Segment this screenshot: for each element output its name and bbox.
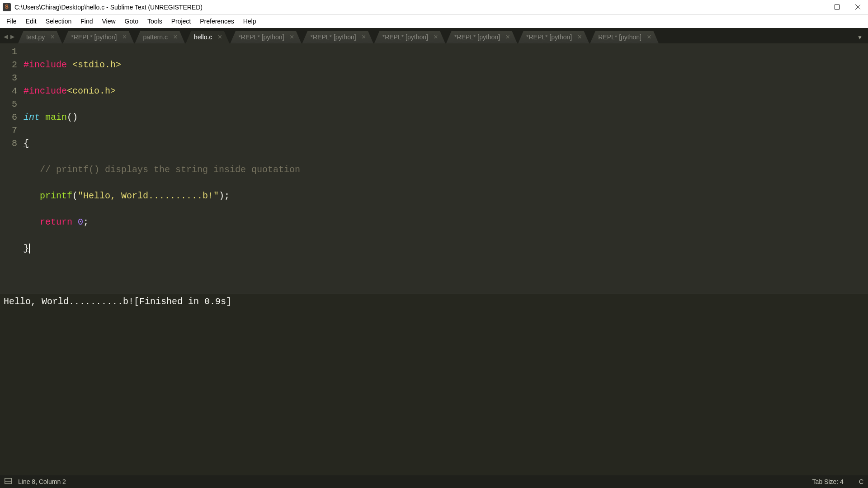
tab-repl-7[interactable]: REPL* [python] × bbox=[590, 31, 659, 43]
tab-close-icon[interactable]: × bbox=[433, 33, 439, 41]
line-number: 8 bbox=[5, 137, 17, 150]
tab-repl-2[interactable]: *REPL* [python] × bbox=[230, 31, 301, 43]
menu-project[interactable]: Project bbox=[167, 16, 196, 27]
code-line: // printf() displays the string inside q… bbox=[24, 163, 300, 176]
titlebar: S C:\Users\Chirag\Desktop\hello.c - Subl… bbox=[0, 0, 868, 14]
menu-view[interactable]: View bbox=[98, 16, 120, 27]
menu-find[interactable]: Find bbox=[76, 16, 97, 27]
tab-label: test.py bbox=[26, 33, 45, 41]
output-text: Hello, World..........b![Finished in 0.9… bbox=[4, 295, 864, 308]
tab-close-icon[interactable]: × bbox=[172, 33, 179, 41]
line-number: 3 bbox=[5, 71, 17, 84]
token-brace: { bbox=[24, 138, 29, 149]
tab-repl-5[interactable]: *REPL* [python] × bbox=[446, 31, 517, 43]
token-number: 0 bbox=[78, 217, 83, 227]
svg-rect-4 bbox=[5, 479, 12, 484]
token-include: #include bbox=[24, 86, 67, 96]
token-brace: } bbox=[24, 243, 29, 253]
vertical-scrollbar[interactable] bbox=[300, 43, 307, 294]
tab-close-icon[interactable]: × bbox=[361, 33, 367, 41]
menubar: File Edit Selection Find View Goto Tools… bbox=[0, 14, 868, 28]
code-line: return 0; bbox=[24, 216, 300, 229]
token-paren: ); bbox=[219, 191, 230, 201]
app-icon: S bbox=[3, 3, 11, 11]
cursor-position[interactable]: Line 8, Column 2 bbox=[18, 478, 66, 485]
tab-repl-6[interactable]: *REPL* [python] × bbox=[518, 31, 589, 43]
code-pane[interactable]: 1 2 3 4 5 6 7 8 #include <stdio.h> #incl… bbox=[0, 43, 868, 294]
tab-label: REPL* [python] bbox=[598, 33, 642, 41]
window-buttons bbox=[806, 0, 868, 14]
tab-repl-4[interactable]: *REPL* [python] × bbox=[374, 31, 445, 43]
tab-close-icon[interactable]: × bbox=[49, 33, 56, 41]
text-cursor bbox=[29, 244, 30, 253]
token-header: <stdio.h> bbox=[67, 60, 121, 70]
code-line: } bbox=[24, 242, 300, 255]
code-line: int main() bbox=[24, 111, 300, 124]
tab-nav: ◀ ▶ bbox=[0, 33, 18, 43]
gutter: 1 2 3 4 5 6 7 8 bbox=[0, 43, 24, 294]
tab-repl-1[interactable]: *REPL* [python] × bbox=[63, 31, 134, 43]
tab-nav-back-icon[interactable]: ◀ bbox=[3, 33, 9, 41]
tabbar: ◀ ▶ test.py × *REPL* [python] × pattern.… bbox=[0, 28, 868, 43]
menu-edit[interactable]: Edit bbox=[21, 16, 41, 27]
tab-close-icon[interactable]: × bbox=[505, 33, 511, 41]
tab-label: *REPL* [python] bbox=[382, 33, 428, 41]
syntax-mode[interactable]: C bbox=[859, 478, 863, 485]
token-paren: () bbox=[67, 112, 78, 122]
tab-close-icon[interactable]: × bbox=[289, 33, 295, 41]
tab-close-icon[interactable]: × bbox=[121, 33, 127, 41]
menu-tools[interactable]: Tools bbox=[143, 16, 167, 27]
tab-repl-3[interactable]: *REPL* [python] × bbox=[302, 31, 373, 43]
token-header: <conio.h> bbox=[67, 86, 116, 96]
token-comment: // printf() displays the string inside q… bbox=[24, 164, 300, 175]
line-number: 7 bbox=[5, 124, 17, 137]
menu-file[interactable]: File bbox=[2, 16, 21, 27]
statusbar: Line 8, Column 2 Tab Size: 4 C bbox=[0, 475, 868, 488]
line-number: 2 bbox=[5, 58, 17, 71]
editor-area: 1 2 3 4 5 6 7 8 #include <stdio.h> #incl… bbox=[0, 43, 868, 475]
tab-close-icon[interactable]: × bbox=[576, 33, 583, 41]
tab-overflow-icon[interactable]: ▼ bbox=[854, 34, 868, 43]
token-string: "Hello, World..........b!" bbox=[78, 191, 219, 201]
tab-label: *REPL* [python] bbox=[526, 33, 572, 41]
tab-label: pattern.c bbox=[143, 33, 167, 41]
tab-pattern-c[interactable]: pattern.c × bbox=[135, 31, 184, 43]
tab-label: *REPL* [python] bbox=[238, 33, 284, 41]
tab-label: *REPL* [python] bbox=[454, 33, 500, 41]
line-number: 6 bbox=[5, 111, 17, 124]
code-line: #include<conio.h> bbox=[24, 84, 300, 98]
maximize-button[interactable] bbox=[826, 0, 847, 14]
token-type: int bbox=[24, 112, 40, 122]
tab-label: hello.c bbox=[194, 33, 212, 41]
tab-close-icon[interactable]: × bbox=[646, 33, 652, 41]
token-paren: ( bbox=[72, 191, 78, 201]
close-button[interactable] bbox=[847, 0, 868, 14]
token-semi: ; bbox=[83, 217, 89, 227]
token-function: main bbox=[40, 112, 67, 122]
token-include: #include bbox=[24, 60, 67, 70]
menu-preferences[interactable]: Preferences bbox=[195, 16, 238, 27]
tabs: test.py × *REPL* [python] × pattern.c × … bbox=[18, 28, 854, 43]
code-line: printf("Hello, World..........b!"); bbox=[24, 189, 300, 202]
panel-switcher-icon[interactable] bbox=[5, 478, 12, 485]
code-line: #include <stdio.h> bbox=[24, 58, 300, 71]
tab-hello-c[interactable]: hello.c × bbox=[186, 31, 229, 43]
svg-rect-1 bbox=[835, 5, 839, 9]
tab-close-icon[interactable]: × bbox=[217, 33, 223, 41]
token-function: printf bbox=[24, 191, 72, 201]
app-icon-letter: S bbox=[5, 4, 9, 10]
tab-size[interactable]: Tab Size: 4 bbox=[812, 478, 844, 485]
tab-label: *REPL* [python] bbox=[71, 33, 117, 41]
build-output-panel[interactable]: Hello, World..........b![Finished in 0.9… bbox=[0, 294, 868, 475]
minimize-button[interactable] bbox=[806, 0, 826, 14]
code-line: { bbox=[24, 137, 300, 150]
tab-test-py[interactable]: test.py × bbox=[18, 31, 62, 43]
menu-goto[interactable]: Goto bbox=[120, 16, 143, 27]
menu-help[interactable]: Help bbox=[239, 16, 261, 27]
tab-nav-forward-icon[interactable]: ▶ bbox=[9, 33, 15, 41]
line-number: 4 bbox=[5, 84, 17, 98]
tab-label: *REPL* [python] bbox=[311, 33, 356, 41]
code-content[interactable]: #include <stdio.h> #include<conio.h> int… bbox=[24, 43, 300, 294]
menu-selection[interactable]: Selection bbox=[41, 16, 76, 27]
window-title: C:\Users\Chirag\Desktop\hello.c - Sublim… bbox=[14, 4, 203, 11]
